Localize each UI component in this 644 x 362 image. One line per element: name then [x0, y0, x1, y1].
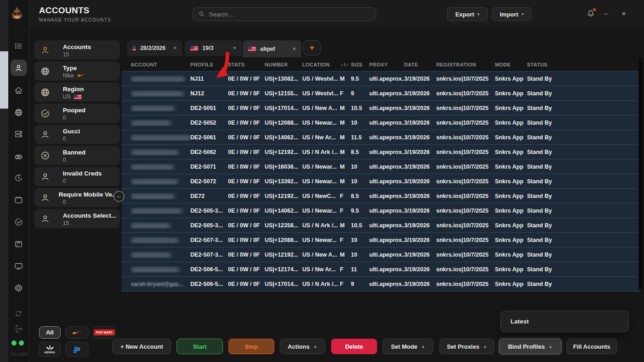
table-row[interactable]: NJ120E / 0W / 0FUS|+12155...US / Westvl.…	[122, 86, 640, 101]
mode-cell: Snkrs App	[495, 222, 527, 229]
new-account-button[interactable]: + New Account	[112, 339, 171, 354]
window-close-button[interactable]: ×	[620, 9, 627, 18]
col-status[interactable]: STATUS	[527, 62, 638, 67]
export-button[interactable]: Export▾	[447, 7, 488, 21]
proxy-cell: ulti.apeprox...	[369, 120, 404, 126]
proxy-cell: ulti.apeprox...	[369, 90, 404, 97]
gender-cell: M	[340, 105, 351, 111]
accounts-person-icon[interactable]	[11, 60, 27, 76]
table-row[interactable]: DE2-506-5...0E / 0W / 0FUS|+12174...US /…	[122, 262, 640, 277]
filter-card-pooped[interactable]: Pooped 0	[34, 104, 120, 123]
person-icon	[39, 170, 51, 182]
brand-filter-paypal[interactable]: P P	[66, 342, 89, 357]
table-row[interactable]: DE2-507-3...0E / 0W / 0FUS|+12088...US /…	[122, 233, 640, 247]
search-input[interactable]: Search...	[193, 7, 376, 21]
table-row[interactable]: DE2-505-3...0E / 0W / 0FUS|+12358...US /…	[122, 218, 640, 233]
account-cell	[131, 76, 190, 82]
stats-cell: 0E / 0W / 0F	[228, 208, 265, 214]
mode-cell: Snkrs App	[495, 164, 527, 170]
table-row[interactable]: DE2-50620E / 0W / 0FUS|+12192...US / N A…	[122, 145, 640, 159]
size-cell: 10	[351, 178, 369, 185]
col-number[interactable]: NUMBER	[265, 62, 302, 67]
table-row[interactable]: NJ110E / 0W / 0FUS|+13082...US / Westvl.…	[122, 71, 640, 86]
home-icon[interactable]	[14, 85, 24, 95]
settings-gear-icon[interactable]	[14, 283, 24, 293]
package-icon[interactable]	[14, 239, 24, 249]
col-account[interactable]: ACCOUNT	[131, 62, 190, 67]
monitor-icon[interactable]	[14, 261, 24, 271]
notifications-bell-icon[interactable]	[586, 9, 595, 18]
import-button[interactable]: Import▾	[492, 7, 532, 21]
fill-accounts-button[interactable]: Fill Accounts	[566, 339, 617, 354]
table-scrollbar[interactable]	[638, 58, 643, 290]
filter-card-accounts-selected[interactable]: Accounts Select... 15	[34, 209, 120, 228]
brand-filter-nike[interactable]	[66, 326, 89, 339]
col-proxy[interactable]: PROXY	[369, 62, 404, 67]
bot-icon[interactable]	[14, 151, 24, 161]
refresh-icon[interactable]	[14, 308, 24, 318]
collapse-panel-button[interactable]: ←	[114, 191, 124, 202]
date-cell: 3/19/2026	[404, 134, 436, 141]
filter-card-invalid-creds[interactable]: Invalid Creds 0	[34, 167, 120, 186]
location-cell: US / New A...	[302, 252, 340, 258]
stop-button[interactable]: Stop	[228, 339, 274, 354]
table-row[interactable]: sarah-bryant@gaz...DE2-506-5...0E / 0W /…	[122, 277, 640, 291]
col-size[interactable]: SIZE	[351, 62, 369, 67]
set-mode-button[interactable]: Set Mode▲	[383, 339, 433, 354]
actions-dropdown-button[interactable]: Actions▲	[280, 339, 325, 354]
table-row[interactable]: DE2-50710E / 0W / 0FUS|+16036...US / New…	[122, 159, 640, 174]
table-row[interactable]: DE2-50610E / 0W / 0FUS|+14062...US / Nw …	[122, 130, 640, 145]
col-gender-icon[interactable]: ♀/♂	[340, 62, 351, 67]
close-icon[interactable]: ×	[289, 46, 296, 52]
filter-card-type[interactable]: Type Nike	[34, 61, 120, 81]
filter-card-accounts[interactable]: Accounts 15	[34, 40, 120, 60]
globe-icon[interactable]	[14, 107, 24, 117]
list-icon[interactable]	[14, 41, 24, 51]
table-row[interactable]: DE2-505-3...0E / 0W / 0FUS|+14062...US /…	[122, 203, 640, 218]
tab-afqwf-active[interactable]: afqwf ×	[243, 40, 301, 57]
us-flag-icon	[74, 94, 82, 99]
tab-date-1[interactable]: 28/2/2026 ×	[127, 40, 182, 56]
location-cell: US / Newar...	[302, 178, 340, 185]
brand-filter-all[interactable]: All	[39, 326, 61, 339]
logout-icon[interactable]	[14, 324, 24, 334]
delete-button[interactable]: Delete	[331, 339, 377, 354]
status-dot-1	[11, 340, 17, 346]
servers-icon[interactable]	[14, 129, 24, 139]
desktop-background-light-patch	[0, 51, 8, 109]
calendar-icon[interactable]	[14, 195, 24, 205]
sync-icon[interactable]	[14, 173, 24, 183]
table-row[interactable]: DE720E / 0W / 0FUS|+12192...US / NewC...…	[122, 189, 640, 203]
col-registration[interactable]: REGISTRATION	[436, 62, 495, 67]
set-proxies-button[interactable]: Set Proxies▲	[439, 339, 494, 354]
status-cell: Stand By	[527, 90, 640, 97]
add-tab-button[interactable]: +	[303, 40, 321, 55]
window-minimize-button[interactable]: –	[602, 9, 610, 18]
blurred-account-name	[131, 150, 178, 155]
bind-profiles-button[interactable]: Bind Profiles▲	[499, 339, 561, 354]
close-icon[interactable]: ×	[170, 45, 177, 51]
number-cell: US|+14062...	[265, 134, 302, 141]
table-row[interactable]: DE2-507-3...0E / 0W / 0FUS|+12192...US /…	[122, 247, 640, 262]
start-button[interactable]: Start	[177, 339, 223, 354]
registration-cell: snkrs.ios|10/7/2025	[436, 120, 495, 126]
stats-cell: 0E / 0W / 0F	[228, 120, 265, 126]
check-circle-icon[interactable]	[14, 217, 24, 227]
number-cell: US|+12088...	[265, 120, 302, 126]
table-row[interactable]: DE2-50510E / 0W / 0FUS|+17014...US / New…	[122, 101, 640, 115]
filter-card-require-mobile[interactable]: Require Mobile Ve. 0	[34, 188, 120, 207]
col-location[interactable]: LOCATION	[302, 62, 340, 67]
table-row[interactable]: DE2-50520E / 0W / 0FUS|+12088...US / New…	[122, 115, 640, 130]
size-cell: 8.5	[351, 193, 369, 199]
col-mode[interactable]: MODE	[495, 62, 527, 67]
page-title: ACCOUNTS	[39, 5, 89, 16]
filter-card-gucci[interactable]: Gucci 0	[34, 125, 120, 144]
filter-card-region[interactable]: Region US	[34, 82, 120, 102]
brand-filter-adidas[interactable]: adidas	[39, 342, 61, 357]
dropdown-item-latest[interactable]: Latest	[511, 318, 529, 325]
table-row[interactable]: DE2-50720E / 0W / 0FUS|+13392...US / New…	[122, 174, 640, 189]
status-cell: Stand By	[527, 266, 640, 273]
filter-card-banned[interactable]: Banned 0	[34, 146, 120, 165]
brand-filter-popmart[interactable]: POP MART	[93, 326, 116, 339]
col-date[interactable]: DATE	[404, 62, 436, 67]
